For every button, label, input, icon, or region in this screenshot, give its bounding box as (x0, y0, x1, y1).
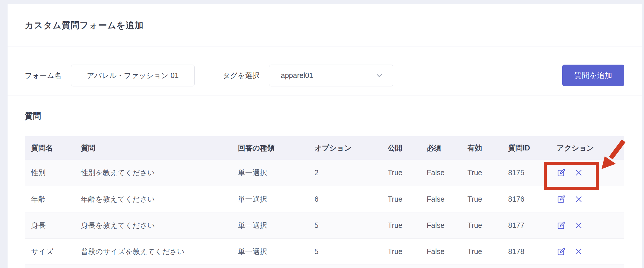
questions-heading: 質問 (25, 111, 624, 122)
col-header-public: 公開 (381, 136, 420, 160)
cell-public: True (381, 160, 420, 186)
edit-button[interactable] (557, 247, 566, 256)
table-row: 年齢 年齢を教えてください 単一選択 6 True False True 817… (25, 186, 624, 212)
cell-public: True (381, 212, 420, 238)
close-icon (574, 247, 583, 256)
col-header-answer-type: 回答の種類 (232, 136, 308, 160)
table-row: 身長 身長を教えてください 単一選択 5 True False True 817… (25, 212, 624, 238)
edit-icon (557, 168, 566, 177)
cell-question: 性別を教えてください (74, 160, 232, 186)
col-header-name: 質問名 (25, 136, 74, 160)
delete-button[interactable] (574, 168, 583, 177)
cell-required: False (420, 212, 461, 238)
close-icon (574, 221, 583, 230)
tag-select-value: apparel01 (281, 71, 313, 80)
cell-question-id: 8177 (502, 212, 550, 238)
cell-required: False (420, 238, 461, 265)
edit-button[interactable] (557, 195, 566, 204)
close-icon (574, 168, 583, 177)
cell-question-id: 8178 (502, 238, 550, 265)
form-name-input[interactable] (71, 65, 195, 86)
col-header-enabled: 有効 (461, 136, 502, 160)
cell-enabled: True (461, 212, 502, 238)
custom-form-card: カスタム質問フォームを追加 フォーム名 タグを選択 apparel01 質問を追… (8, 4, 642, 268)
cell-answer-type: 単一選択 (232, 160, 308, 186)
cell-question: 普段のサイズを教えてください (74, 238, 232, 265)
cell-options: 2 (308, 160, 381, 186)
cell-name: サイズ (25, 238, 74, 265)
page-title: カスタム質問フォームを追加 (25, 19, 144, 31)
col-header-question: 質問 (74, 136, 232, 160)
col-header-required: 必須 (420, 136, 461, 160)
table-header-row: 質問名 質問 回答の種類 オプション 公開 必須 有効 質問ID アクション (25, 136, 624, 160)
cell-name: 性別 (25, 160, 74, 186)
cell-enabled: True (461, 186, 502, 212)
cell-enabled: True (461, 238, 502, 265)
col-header-actions: アクション (550, 136, 624, 160)
table-row: 性別 性別を教えてください 単一選択 2 True False True 817… (25, 160, 624, 186)
questions-section: 質問 質問名 質問 回答の種類 オプション 公開 必須 有効 質問ID アクショ… (8, 111, 642, 268)
chevron-down-icon (375, 71, 384, 80)
tag-select[interactable]: apparel01 (269, 65, 393, 86)
cell-options: 5 (308, 212, 381, 238)
table-row-partial (25, 265, 624, 268)
edit-button[interactable] (557, 221, 566, 230)
cell-required: False (420, 160, 461, 186)
cell-options: 6 (308, 186, 381, 212)
row-actions (557, 195, 624, 204)
edit-icon (557, 221, 566, 230)
cell-answer-type: 単一選択 (232, 212, 308, 238)
col-header-options: オプション (308, 136, 381, 160)
delete-button[interactable] (574, 221, 583, 230)
form-controls-row: フォーム名 タグを選択 apparel01 質問を追加 (8, 47, 642, 95)
cell-options: 5 (308, 238, 381, 265)
cell-public: True (381, 186, 420, 212)
cell-question-id: 8176 (502, 186, 550, 212)
add-question-button[interactable]: 質問を追加 (562, 65, 624, 86)
edit-icon (557, 195, 566, 204)
edit-button[interactable] (557, 168, 566, 177)
cell-question-id: 8175 (502, 160, 550, 186)
cell-enabled: True (461, 160, 502, 186)
questions-table: 質問名 質問 回答の種類 オプション 公開 必須 有効 質問ID アクション 性… (25, 136, 624, 268)
delete-button[interactable] (574, 247, 583, 256)
cell-required: False (420, 186, 461, 212)
cell-public: True (381, 238, 420, 265)
cell-answer-type: 単一選択 (232, 238, 308, 265)
delete-button[interactable] (574, 195, 583, 203)
page: { "page": { "title": "カスタム質問フォームを追加" }, … (0, 0, 644, 268)
cell-question: 年齢を教えてください (74, 186, 232, 212)
title-section: カスタム質問フォームを追加 (8, 4, 642, 47)
row-actions (557, 247, 624, 256)
form-name-label: フォーム名 (25, 71, 62, 80)
cell-answer-type: 単一選択 (232, 186, 308, 212)
row-actions (557, 221, 624, 230)
table-row: サイズ 普段のサイズを教えてください 単一選択 5 True False Tru… (25, 238, 624, 265)
cell-question: 身長を教えてください (74, 212, 232, 238)
edit-icon (557, 247, 566, 256)
close-icon (574, 195, 583, 203)
row-actions (557, 168, 624, 177)
col-header-question-id: 質問ID (502, 136, 550, 160)
cell-name: 身長 (25, 212, 74, 238)
tag-select-label: タグを選択 (223, 71, 260, 80)
cell-name: 年齢 (25, 186, 74, 212)
